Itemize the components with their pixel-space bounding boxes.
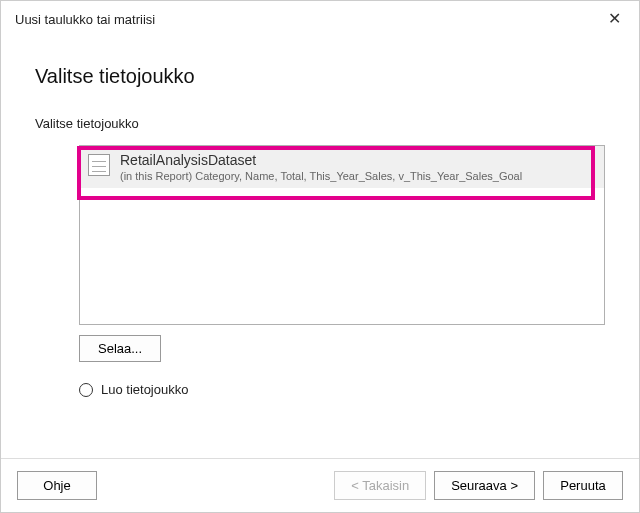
close-icon[interactable]: ✕ — [602, 9, 627, 29]
help-button[interactable]: Ohje — [17, 471, 97, 500]
radio-icon — [79, 383, 93, 397]
cancel-button[interactable]: Peruuta — [543, 471, 623, 500]
section-label: Valitse tietojoukko — [35, 116, 605, 131]
table-icon — [88, 154, 110, 176]
titlebar: Uusi taulukko tai matriisi ✕ — [1, 1, 639, 37]
page-title: Valitse tietojoukko — [35, 65, 605, 88]
next-button[interactable]: Seuraava > — [434, 471, 535, 500]
browse-button[interactable]: Selaa... — [79, 335, 161, 362]
back-button: < Takaisin — [334, 471, 426, 500]
create-dataset-radio[interactable]: Luo tietojoukko — [79, 382, 605, 397]
radio-label: Luo tietojoukko — [101, 382, 188, 397]
dataset-description: (in this Report) Category, Name, Total, … — [120, 170, 596, 182]
window-title: Uusi taulukko tai matriisi — [15, 12, 155, 27]
dataset-item[interactable]: RetailAnalysisDataset (in this Report) C… — [80, 146, 604, 188]
dataset-name: RetailAnalysisDataset — [120, 152, 596, 168]
dataset-listbox[interactable]: RetailAnalysisDataset (in this Report) C… — [79, 145, 605, 325]
dialog-footer: Ohje < Takaisin Seuraava > Peruuta — [1, 458, 639, 512]
